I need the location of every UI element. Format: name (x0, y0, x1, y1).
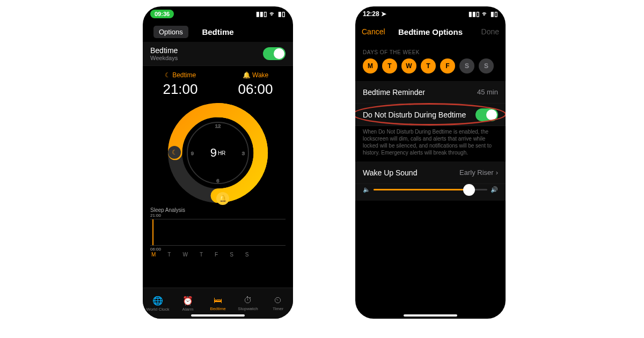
location-icon: ➤ (381, 10, 386, 18)
status-indicators: ▮▮▯ ᯤ ▮▯ (256, 10, 286, 18)
sleep-analysis: Sleep Analysis 21:00 06:00 M T W T F S S (143, 207, 293, 260)
bed-icon: 🛏 (214, 296, 222, 305)
wake-sound-label: Wake Up Sound (363, 168, 417, 177)
bedtime-enable-toggle[interactable] (263, 47, 286, 60)
status-time-pill: 09:36 (150, 10, 174, 18)
days-header: DAYS OF THE WEEK (355, 42, 506, 58)
bedtime-row-title: Bedtime (150, 46, 178, 55)
day-selector: M T W T F S S (355, 58, 506, 81)
nav-bar: Options Bedtime (143, 21, 293, 42)
moon-icon: ☾ (165, 71, 171, 79)
wake-volume-slider[interactable] (374, 189, 487, 190)
day-chip-wed[interactable]: W (401, 58, 416, 74)
wake-sound-row[interactable]: Wake Up Sound Early Riser › (355, 161, 506, 184)
timer-icon: ⏲ (274, 296, 282, 305)
day-chip-thu[interactable]: T (421, 58, 436, 74)
day-chip-mon[interactable]: M (363, 58, 378, 74)
sleep-analysis-title: Sleep Analysis (150, 207, 286, 213)
dnd-bedtime-toggle[interactable] (475, 108, 498, 121)
home-indicator[interactable] (191, 314, 245, 317)
bell-icon: 🔔 (243, 71, 251, 79)
battery-icon: ▮▯ (491, 10, 498, 18)
bedtime-label: Bedtime (172, 71, 196, 79)
sleep-dial-area: 12 3 6 9 ☾ 🔔 9HR (143, 101, 293, 207)
analysis-bottom-time: 06:00 (150, 247, 286, 252)
phone-bedtime-options: 12:28 ➤ ▮▮▯ ᯤ ▮▯ Cancel Bedtime Options … (355, 6, 506, 319)
analysis-day: T (200, 252, 203, 258)
analysis-day: S (245, 252, 249, 258)
bedtime-value: 21:00 (163, 81, 197, 98)
signal-icon: ▮▮▯ (256, 10, 267, 18)
bedtime-times: ☾ Bedtime 21:00 🔔 Wake 06:00 (143, 66, 293, 101)
volume-low-icon: 🔈 (363, 186, 370, 193)
globe-icon: 🌐 (152, 296, 163, 306)
analysis-top-time: 21:00 (150, 213, 286, 218)
stopwatch-icon: ⏱ (244, 296, 252, 305)
battery-icon: ▮▯ (278, 10, 286, 18)
day-chip-fri[interactable]: F (440, 58, 455, 74)
done-button[interactable]: Done (475, 27, 506, 36)
sleep-dial[interactable]: 12 3 6 9 ☾ 🔔 9HR (167, 102, 269, 204)
status-time: 12:28 ➤ (363, 10, 386, 18)
analysis-day: S (230, 252, 233, 258)
analysis-day: W (182, 252, 187, 258)
analysis-day: M (151, 252, 156, 258)
page-title: Bedtime (143, 27, 293, 36)
dnd-bedtime-label: Do Not Disturb During Bedtime (363, 111, 466, 119)
dnd-bedtime-row: Do Not Disturb During Bedtime (355, 104, 506, 126)
wifi-icon: ᯤ (482, 10, 488, 18)
analysis-day: F (215, 252, 218, 258)
tab-world-clock[interactable]: 🌐World Clock (143, 288, 173, 319)
bedtime-enable-row: Bedtime Weekdays (143, 42, 293, 66)
phone-bedtime: 09:36 ▮▮▯ ᯤ ▮▯ Options Bedtime Bedtime W… (143, 6, 293, 319)
bedtime-row-subtitle: Weekdays (150, 55, 178, 61)
alarm-icon: ⏰ (182, 296, 193, 306)
bedtime-reminder-label: Bedtime Reminder (363, 88, 425, 97)
bedtime-reminder-value: 45 min (477, 88, 498, 96)
status-bar: 12:28 ➤ ▮▮▯ ᯤ ▮▯ (355, 6, 506, 21)
day-chip-sun[interactable]: S (479, 58, 494, 74)
status-indicators: ▮▮▯ ᯤ ▮▯ (469, 10, 498, 18)
day-chip-tue[interactable]: T (382, 58, 397, 74)
tab-timer[interactable]: ⏲Timer (263, 288, 293, 319)
wake-value: 06:00 (238, 81, 273, 98)
sleep-duration: 9HR (167, 102, 269, 204)
wake-sound-value: Early Riser (459, 168, 494, 177)
wifi-icon: ᯤ (269, 10, 276, 18)
day-chip-sat[interactable]: S (459, 58, 474, 74)
bedtime-reminder-row[interactable]: Bedtime Reminder 45 min (355, 81, 506, 104)
wake-volume-row: 🔈 🔊 (355, 184, 506, 201)
volume-high-icon: 🔊 (491, 186, 498, 193)
analysis-day: T (167, 252, 171, 258)
home-indicator[interactable] (404, 314, 457, 317)
nav-bar: Cancel Bedtime Options Done (355, 21, 506, 42)
wake-label: Wake (252, 71, 268, 79)
chevron-right-icon: › (496, 168, 498, 177)
dnd-description: When Do Not Disturb During Bedtime is en… (355, 126, 506, 161)
signal-icon: ▮▮▯ (469, 10, 480, 18)
status-bar: 09:36 ▮▮▯ ᯤ ▮▯ (143, 6, 293, 21)
